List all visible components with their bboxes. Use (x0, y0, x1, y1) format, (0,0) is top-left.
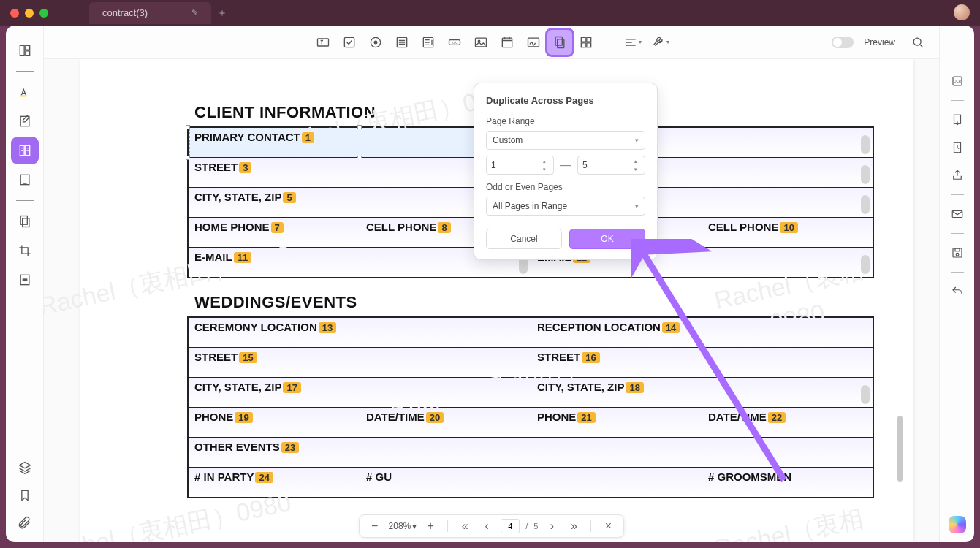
undo-icon[interactable] (946, 280, 969, 303)
svg-rect-8 (476, 38, 487, 47)
maximize-window-button[interactable] (39, 9, 48, 18)
field-in-party[interactable]: # IN PARTY24 (189, 468, 360, 497)
svg-rect-20 (25, 45, 29, 50)
app-window: OK ▾ ▾ Preview (6, 26, 974, 542)
export-icon[interactable] (946, 108, 969, 132)
range-to-input[interactable]: 5▴▾ (577, 156, 645, 175)
image-tool[interactable] (468, 30, 493, 55)
scrubber[interactable] (861, 135, 870, 154)
window-titlebar: contract(3) ✎ ＋ (0, 0, 980, 26)
field-datetime-w1[interactable]: DATE/TIME20 (360, 408, 531, 437)
first-page-button[interactable]: « (457, 518, 473, 534)
left-sidebar (6, 26, 44, 542)
range-mode-select[interactable]: Custom▾ (486, 131, 645, 150)
redact-icon[interactable] (13, 268, 37, 292)
field-csz-w1[interactable]: CITY, STATE, ZIP17 (189, 378, 531, 407)
text-field-tool[interactable] (311, 30, 335, 55)
date-tool[interactable] (495, 30, 520, 55)
checkbox-tool[interactable] (337, 30, 362, 55)
duplicate-pages-dialog: Duplicate Across Pages Page Range Custom… (474, 83, 658, 260)
email-icon[interactable] (946, 202, 969, 226)
radio-tool[interactable] (363, 30, 388, 55)
close-nav-button[interactable]: × (600, 518, 616, 534)
field-phone-w1[interactable]: PHONE19 (189, 408, 360, 437)
prev-page-button[interactable]: ‹ (479, 518, 495, 534)
field-street-w1[interactable]: STREET15 (189, 348, 531, 377)
ai-sparkle-icon[interactable] (949, 516, 966, 533)
odd-even-select[interactable]: All Pages in Range▾ (486, 197, 645, 216)
share-icon[interactable] (946, 164, 969, 187)
user-avatar[interactable] (954, 4, 970, 20)
field-phone-w2[interactable]: PHONE21 (531, 408, 702, 437)
tools-menu[interactable]: ▾ (647, 30, 672, 55)
preview-toggle[interactable] (832, 37, 854, 48)
grid-tool[interactable] (574, 30, 599, 55)
document-tab[interactable]: contract(3) ✎ (89, 2, 211, 24)
field-reception[interactable]: RECEPTION LOCATION14 (531, 318, 873, 347)
form-toolbar: OK ▾ ▾ Preview (44, 26, 939, 59)
convert-icon[interactable] (946, 136, 969, 159)
svg-rect-22 (20, 95, 26, 97)
last-page-button[interactable]: » (566, 518, 582, 534)
svg-rect-1 (344, 37, 354, 47)
close-window-button[interactable] (10, 9, 19, 18)
field-other-events[interactable]: OTHER EVENTS23 (189, 438, 873, 467)
ok-button[interactable]: OK (569, 229, 645, 249)
zoom-level[interactable]: 208% ▾ (389, 521, 417, 531)
crop-icon[interactable] (13, 239, 37, 262)
vertical-scrollbar[interactable] (897, 416, 903, 482)
svg-text:OK: OK (452, 41, 457, 45)
page-input[interactable] (501, 519, 520, 533)
range-from-input[interactable]: 1▴▾ (486, 156, 554, 175)
edit-tab-icon[interactable]: ✎ (191, 8, 198, 18)
watermark: Rachel（衷相田）0980 (711, 492, 918, 542)
scrubber[interactable] (861, 195, 870, 214)
save-icon[interactable] (946, 241, 969, 265)
field-groomsmen[interactable]: # GROOMSMEN (702, 468, 873, 497)
dialog-title: Duplicate Across Pages (486, 95, 645, 106)
svg-rect-27 (20, 216, 27, 225)
add-tab-button[interactable]: ＋ (217, 7, 227, 20)
thumbnails-icon[interactable] (13, 39, 37, 62)
field-blank[interactable] (531, 468, 702, 497)
field-cellphone-2[interactable]: CELL PHONE10 (702, 218, 873, 247)
ocr-pages-icon[interactable] (13, 210, 37, 233)
search-button[interactable] (905, 30, 930, 55)
scrubber[interactable] (861, 255, 870, 274)
field-datetime-w2[interactable]: DATE/TIME22 (702, 408, 873, 437)
field-homephone-1[interactable]: HOME PHONE7 (189, 218, 360, 247)
fill-sign-icon[interactable] (13, 110, 37, 133)
page-separator: / (525, 522, 528, 530)
highlight-icon[interactable] (13, 80, 37, 104)
align-tool[interactable]: ▾ (620, 30, 645, 55)
button-tool[interactable]: OK (442, 30, 467, 55)
duplicate-pages-tool[interactable] (547, 30, 572, 55)
ocr-icon[interactable]: OCR (946, 69, 969, 93)
scrubber[interactable] (861, 385, 870, 404)
page-edit-icon[interactable] (13, 168, 37, 191)
list-tool[interactable] (390, 30, 414, 55)
cancel-button[interactable]: Cancel (486, 229, 562, 249)
minimize-window-button[interactable] (25, 9, 34, 18)
svg-rect-16 (581, 42, 585, 47)
signature-tool[interactable] (521, 30, 546, 55)
page-range-label: Page Range (486, 116, 645, 126)
bookmark-icon[interactable] (13, 484, 37, 507)
field-csz-w2[interactable]: CITY, STATE, ZIP18 (531, 378, 873, 407)
field-street-w2[interactable]: STREET16 (531, 348, 873, 377)
svg-rect-37 (955, 248, 960, 251)
section-heading-weddings: WEDDINGS/EVENTS (194, 293, 913, 312)
next-page-button[interactable]: › (544, 518, 560, 534)
right-sidebar: OCR (939, 26, 974, 542)
svg-text:OCR: OCR (954, 80, 962, 83)
scrubber[interactable] (861, 165, 870, 184)
svg-rect-21 (25, 51, 29, 56)
zoom-out-button[interactable]: − (367, 518, 383, 534)
zoom-in-button[interactable]: + (422, 518, 438, 534)
form-editor-icon[interactable] (13, 139, 37, 162)
layers-icon[interactable] (13, 456, 37, 479)
field-ceremony[interactable]: CEREMONY LOCATION13 (189, 318, 531, 347)
field-gu[interactable]: # GU (360, 468, 531, 497)
dropdown-tool[interactable] (416, 30, 441, 55)
attachment-icon[interactable] (13, 511, 37, 535)
